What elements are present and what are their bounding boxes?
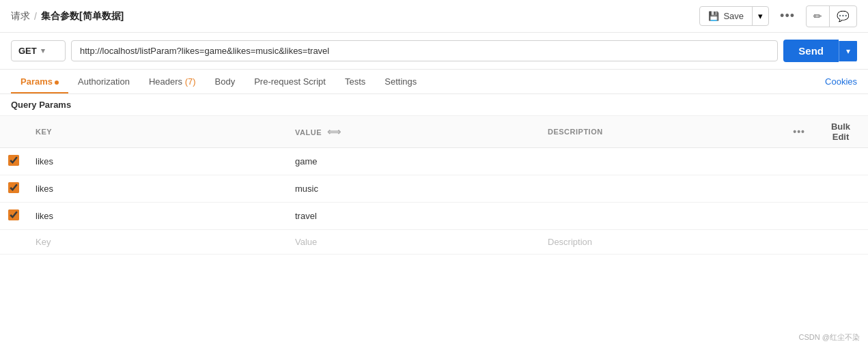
- col-header-value: VALUE ⟺: [287, 116, 540, 148]
- row-actions-cell: [785, 230, 813, 255]
- row-actions-cell: [785, 203, 813, 230]
- value-col-label: VALUE: [295, 128, 322, 136]
- resize-handle-icon[interactable]: ⟺: [324, 126, 344, 137]
- row-checkbox-cell: [0, 203, 27, 230]
- tab-authorization-label: Authorization: [78, 76, 130, 87]
- row-desc-cell: Description: [540, 230, 785, 255]
- tabs-bar: Params Authorization Headers (7) Body Pr…: [0, 70, 868, 94]
- row-value-value: game: [295, 156, 318, 166]
- row-key-placeholder: Key: [36, 237, 51, 247]
- bulk-edit-button[interactable]: Bulk Edit: [822, 121, 860, 142]
- breadcrumb-title: 集合参数[简单数据]: [41, 10, 124, 23]
- tab-tests[interactable]: Tests: [335, 70, 375, 93]
- row-value-cell: game: [287, 148, 540, 175]
- row-bulk-cell: [813, 203, 868, 230]
- row-key-cell: likes: [27, 148, 287, 175]
- tab-pre-request[interactable]: Pre-request Script: [244, 70, 335, 93]
- table-row: Key Value Description: [0, 230, 868, 255]
- row-bulk-cell: [813, 175, 868, 203]
- url-input[interactable]: [71, 40, 778, 61]
- tab-body[interactable]: Body: [206, 70, 245, 93]
- params-dot: [55, 81, 59, 85]
- save-icon: 💾: [708, 11, 719, 21]
- row-key-value: likes: [36, 156, 53, 166]
- row-value-value: music: [295, 184, 318, 194]
- top-bar: 请求 / 集合参数[简单数据] 💾 Save ▾ ••• ✏ 💬: [0, 0, 868, 33]
- row-key-cell: Key: [27, 230, 287, 255]
- top-actions: 💾 Save ▾ ••• ✏ 💬: [699, 5, 857, 27]
- chevron-down-icon: ▾: [41, 46, 45, 55]
- tab-authorization[interactable]: Authorization: [68, 70, 139, 93]
- tab-settings[interactable]: Settings: [375, 70, 426, 93]
- send-dropdown-button[interactable]: ▾: [839, 41, 857, 61]
- row-value-cell: travel: [287, 203, 540, 230]
- tab-tests-label: Tests: [345, 76, 365, 87]
- params-table: KEY VALUE ⟺ DESCRIPTION ••• Bulk Edit li…: [0, 116, 868, 255]
- tab-params[interactable]: Params: [11, 70, 68, 93]
- row-key-cell: likes: [27, 175, 287, 203]
- save-dropdown-button[interactable]: ▾: [752, 7, 768, 25]
- save-button-group[interactable]: 💾 Save ▾: [699, 6, 769, 26]
- more-options-button[interactable]: •••: [774, 6, 800, 26]
- row-value-cell: Value: [287, 230, 540, 255]
- row-value-cell: music: [287, 175, 540, 203]
- row-key-cell: likes: [27, 203, 287, 230]
- row-desc-cell: [540, 175, 785, 203]
- tab-body-label: Body: [215, 76, 236, 87]
- edit-icon-group: ✏ 💬: [806, 5, 857, 27]
- tab-cookies-label: Cookies: [825, 76, 857, 87]
- row-key-value: likes: [36, 211, 53, 221]
- row-checkbox-cell: [0, 175, 27, 203]
- breadcrumb-root: 请求: [11, 10, 30, 23]
- send-button[interactable]: Send: [783, 40, 839, 62]
- save-label: Save: [723, 11, 744, 21]
- method-label: GET: [18, 46, 37, 56]
- table-row: likes music: [0, 175, 868, 203]
- tab-headers[interactable]: Headers (7): [139, 70, 206, 93]
- col-header-actions: •••: [785, 116, 813, 148]
- row-desc-placeholder: Description: [548, 237, 592, 247]
- table-row: likes game: [0, 148, 868, 175]
- row-checkbox[interactable]: [8, 182, 19, 193]
- comment-icon: 💬: [837, 10, 850, 23]
- table-row: likes travel: [0, 203, 868, 230]
- edit-icon: ✏: [813, 10, 822, 23]
- row-checkbox-cell: [0, 148, 27, 175]
- tab-headers-label: Headers: [149, 76, 185, 87]
- save-main-button[interactable]: 💾 Save: [700, 7, 752, 25]
- row-desc-cell: [540, 148, 785, 175]
- col-header-key: KEY: [27, 116, 287, 148]
- row-actions-cell: [785, 175, 813, 203]
- tab-cookies[interactable]: Cookies: [825, 70, 857, 93]
- method-selector[interactable]: GET ▾: [11, 40, 66, 61]
- send-button-group: Send ▾: [783, 40, 857, 62]
- row-checkbox[interactable]: [8, 209, 19, 220]
- col-actions-more-icon: •••: [793, 126, 805, 137]
- row-desc-cell: [540, 203, 785, 230]
- row-key-value: likes: [36, 184, 53, 194]
- tab-pre-request-label: Pre-request Script: [254, 76, 326, 87]
- table-header-row: KEY VALUE ⟺ DESCRIPTION ••• Bulk Edit: [0, 116, 868, 148]
- row-bulk-cell: [813, 148, 868, 175]
- tab-params-label: Params: [20, 76, 53, 87]
- row-value-placeholder: Value: [295, 237, 317, 247]
- row-checkbox[interactable]: [8, 155, 19, 166]
- row-value-value: travel: [295, 211, 317, 221]
- edit-button[interactable]: ✏: [807, 6, 830, 27]
- col-header-check: [0, 116, 27, 148]
- headers-badge: (7): [185, 76, 196, 87]
- comment-button[interactable]: 💬: [830, 6, 856, 27]
- col-header-description: DESCRIPTION: [540, 116, 785, 148]
- params-table-body: likes game likes music: [0, 148, 868, 255]
- col-header-bulk-edit: Bulk Edit: [813, 116, 868, 148]
- tab-settings-label: Settings: [384, 76, 417, 87]
- row-actions-cell: [785, 148, 813, 175]
- row-checkbox-cell: [0, 230, 27, 255]
- row-bulk-cell: [813, 230, 868, 255]
- breadcrumb: 请求 / 集合参数[简单数据]: [11, 10, 124, 23]
- breadcrumb-separator: /: [34, 11, 37, 22]
- query-params-section-title: Query Params: [0, 94, 868, 116]
- url-bar: GET ▾ Send ▾: [0, 33, 868, 70]
